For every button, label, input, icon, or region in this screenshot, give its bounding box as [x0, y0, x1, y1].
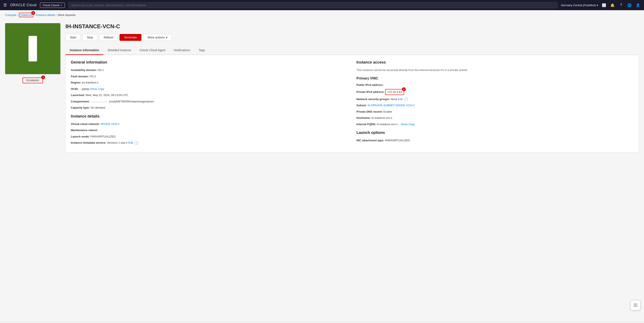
nic-type-row: NIC attachment type: PARAVIRTUALIZED — [356, 138, 634, 143]
instance-image-panel: RUNNING 1 — [5, 23, 60, 318]
breadcrumb-instances-wrapper: Instances 3 — [19, 13, 34, 17]
instance-access-title: Instance access — [356, 60, 634, 65]
internal-fqdn-copy-link[interactable]: Copy — [408, 123, 415, 126]
ocid-copy-link[interactable]: Copy — [98, 87, 104, 90]
tabs: Instance information Shielded instance O… — [66, 46, 639, 55]
hostname-val: ih-instance-vcn-c — [372, 116, 392, 119]
capacity-type-label: Capacity type: — [71, 106, 90, 109]
subnet-row: Subnet: IH-PRIVATE-SUBNET-SPOKE-VCN-C — [356, 103, 634, 107]
internal-fqdn-show-link[interactable]: Show — [401, 123, 408, 126]
private-ipv4-highlight: 172.16.3.63 2 — [385, 89, 404, 95]
instance-metadata-row: Instance metadata service: Versions 1 an… — [71, 141, 348, 145]
primary-vnic-title: Primary VNIC — [356, 76, 634, 80]
floating-help-button[interactable] — [630, 300, 640, 310]
nsg-label: Network security groups: — [356, 97, 390, 101]
cloud-classic-button[interactable]: Cloud Classic > — [40, 2, 65, 8]
availability-domain-val: AD-1 — [98, 68, 104, 72]
dot-8 — [635, 306, 636, 307]
tab-oracle-cloud-agent[interactable]: Oracle Cloud Agent — [135, 46, 170, 55]
ocid-show-link-text[interactable]: Show — [90, 87, 97, 90]
instance-metadata-edit-link[interactable]: Edit — [128, 141, 133, 144]
nsg-edit-link[interactable]: Edit — [398, 97, 402, 101]
instance-metadata-help-icon[interactable]: i — [135, 141, 138, 145]
nav-right: Germany Central (Frankfurt) ▾ ⬜ 🔔 ? 🌐 👤 — [561, 2, 640, 8]
language-icon[interactable]: 🌐 — [627, 2, 632, 8]
dot-9 — [636, 306, 637, 307]
dot-7 — [634, 306, 635, 307]
nic-type-val: PARAVIRTUALIZED — [385, 139, 410, 142]
private-ipv4-value: 172.16.3.63 — [387, 90, 402, 93]
reboot-button[interactable]: Reboot — [99, 34, 118, 41]
availability-domain-row: Availability domain: AD-1 — [71, 68, 348, 72]
breadcrumb-sep-1: › — [17, 13, 18, 16]
breadcrumb-instances[interactable]: Instances — [20, 13, 32, 16]
col-left: General information Availability domain:… — [71, 60, 348, 147]
internal-fqdn-row: Internal FQDN: ih-instance-vcn-c... Show… — [356, 122, 634, 126]
hamburger-icon[interactable]: ☰ — [4, 3, 7, 7]
fault-domain-label: Fault domain: — [71, 75, 89, 78]
tab-instance-information[interactable]: Instance information — [66, 46, 103, 55]
nsg-val: None — [390, 97, 397, 101]
right-panel: IH-INSTANCE-VCN-C Start Stop Reboot Term… — [66, 23, 639, 318]
dot-3 — [636, 304, 637, 304]
stop-button[interactable]: Stop — [82, 34, 98, 41]
user-profile-icon[interactable]: 👤 — [636, 2, 640, 8]
availability-domain-label: Availability domain: — [71, 68, 97, 72]
maintenance-reboot-val: - — [99, 129, 100, 132]
instance-details-title: Instance details — [71, 114, 348, 119]
start-button[interactable]: Start — [66, 34, 81, 41]
chevron-down-icon: ▾ — [596, 3, 598, 7]
private-dns-val: Enable — [383, 110, 392, 113]
breadcrumb-sep-3: › — [56, 13, 57, 16]
breadcrumb-instance-details[interactable]: Instance details — [36, 13, 55, 16]
public-ipv4-label: Public IPv4 address: — [356, 83, 384, 86]
private-ipv4-badge: 2 — [402, 87, 406, 91]
nsg-row: Network security groups: None Edit i — [356, 97, 634, 101]
col-right: Instance access This instance cannot be … — [356, 60, 634, 147]
fault-domain-row: Fault domain: FD-2 — [71, 74, 348, 79]
oracle-logo-text: ORACLE — [10, 3, 26, 7]
compartment-box — [90, 102, 108, 102]
vcn-row: Virtual cloud network: SPOKE-VCN-C — [71, 122, 348, 126]
breadcrumb-work-requests: Work requests — [58, 13, 76, 16]
private-dns-label: Private DNS record: — [356, 110, 382, 113]
capacity-type-row: Capacity type: On-demand — [71, 106, 348, 110]
vcn-link[interactable]: SPOKE-VCN-C — [100, 122, 120, 126]
internal-fqdn-val: ih-instance-vcn-c... — [377, 123, 400, 126]
more-actions-button[interactable]: More actions ▾ — [143, 34, 172, 41]
search-input[interactable] — [68, 2, 558, 8]
dot-4 — [634, 305, 635, 306]
region-selector[interactable]: Germany Central (Frankfurt) ▾ — [561, 3, 598, 7]
dot-1 — [634, 304, 635, 304]
instance-image-box — [5, 23, 60, 74]
instance-metadata-label: Instance metadata service: — [71, 141, 106, 144]
tab-tags[interactable]: Tags — [194, 46, 209, 55]
tab-notifications[interactable]: Notifications — [170, 46, 194, 55]
launch-mode-label: Launch mode: — [71, 135, 90, 138]
terminate-button[interactable]: Terminate — [120, 34, 142, 41]
public-ipv4-row: Public IPv4 address: — [356, 83, 634, 87]
help-icon[interactable]: ? — [618, 2, 624, 8]
launch-mode-val: PARAVIRTUALIZED — [90, 135, 116, 138]
tab-shielded-instance[interactable]: Shielded instance — [103, 46, 136, 55]
instance-metadata-val: Versions 1 and 2 — [107, 141, 128, 144]
cloud-shell-icon[interactable]: ⬜ — [602, 2, 606, 8]
floating-help-dots — [634, 304, 637, 307]
hostname-label: Hostname: — [356, 116, 371, 119]
ocid-label: OCID: — [71, 87, 79, 90]
page-title: IH-INSTANCE-VCN-C — [66, 23, 639, 30]
ocid-row: OCID: ...qlpfqq Show Copy — [71, 87, 348, 91]
subnet-link[interactable]: IH-PRIVATE-SUBNET-SPOKE-VCN-C — [368, 104, 415, 107]
compartment-row: Compartment: (root)/NETWORK/IwanHoogendo… — [71, 99, 348, 104]
notification-bell-icon[interactable]: 🔔 — [610, 2, 615, 8]
region-text: Germany Central (Frankfurt) — [561, 3, 596, 7]
breadcrumb-compute[interactable]: Compute — [5, 13, 16, 16]
vcn-label: Virtual cloud network: — [71, 122, 100, 126]
status-badge-wrapper: RUNNING 1 — [22, 77, 43, 83]
nsg-help-icon[interactable]: i — [404, 97, 408, 101]
hostname-row: Hostname: ih-instance-vcn-c — [356, 116, 634, 120]
launch-mode-row: Launch mode: PARAVIRTUALIZED — [71, 134, 348, 139]
oracle-logo: ORACLE Cloud — [10, 3, 36, 7]
footer: Terms of Use and Privacy Cookie Preferen… — [0, 322, 644, 323]
tab-inner: General information Availability domain:… — [71, 60, 634, 147]
